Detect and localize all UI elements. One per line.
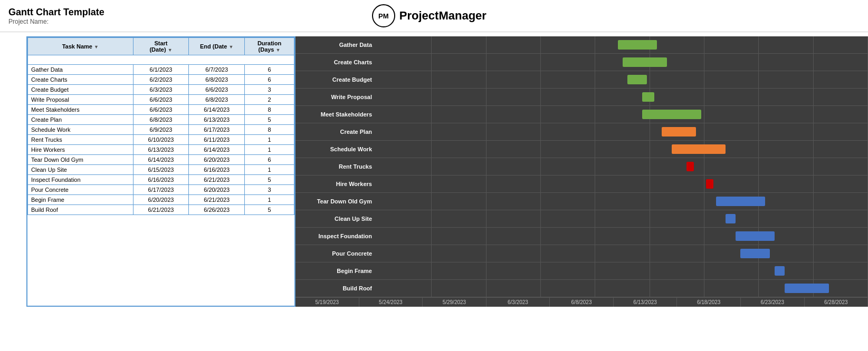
gantt-date-label: 6/8/2023 <box>550 298 614 307</box>
end-cell: 6/17/2023 <box>189 125 245 135</box>
gantt-vline <box>432 228 486 245</box>
gantt-vline <box>541 210 595 227</box>
gantt-vline <box>650 193 704 210</box>
dur-filter-icon[interactable]: ▼ <box>276 47 281 53</box>
end-cell: 6/6/2023 <box>189 85 245 95</box>
gantt-vline <box>595 106 650 123</box>
gantt-vline <box>541 123 595 140</box>
table-row: Hire Workers 6/13/2023 6/14/2023 1 <box>28 145 294 155</box>
gantt-bar <box>627 75 647 84</box>
dur-cell: 6 <box>245 65 294 75</box>
gantt-vline <box>432 89 486 105</box>
table-row: Begin Frame 6/20/2023 6/21/2023 1 <box>28 195 294 205</box>
gantt-vline <box>377 106 432 123</box>
gantt-vline <box>377 54 432 71</box>
gantt-row-label: Hire Workers <box>295 181 377 187</box>
gantt-row: Create Budget <box>295 71 868 89</box>
gantt-vline <box>541 193 595 210</box>
table-row: Create Plan 6/8/2023 6/13/2023 5 <box>28 115 294 125</box>
gantt-grid-lines <box>377 193 868 210</box>
table-row: Clean Up Site 6/15/2023 6/16/2023 1 <box>28 165 294 175</box>
gantt-date-label: 5/24/2023 <box>359 298 423 307</box>
dur-cell: 5 <box>245 205 294 215</box>
table-row: Create Charts 6/2/2023 6/8/2023 6 <box>28 75 294 85</box>
gantt-vline <box>650 280 704 297</box>
dur-cell: 5 <box>245 175 294 185</box>
gantt-bar-area <box>377 175 868 192</box>
gantt-vline <box>814 245 868 262</box>
gantt-vline <box>759 141 813 158</box>
task-name-cell: Schedule Work <box>28 125 133 135</box>
gantt-grid-lines <box>377 106 868 123</box>
table-row: Schedule Work 6/9/2023 6/17/2023 8 <box>28 125 294 135</box>
table-row: Create Budget 6/3/2023 6/6/2023 3 <box>28 85 294 95</box>
start-cell: 6/10/2023 <box>133 135 189 145</box>
end-cell: 6/21/2023 <box>189 175 245 185</box>
table-row: Inspect Foundation 6/16/2023 6/21/2023 5 <box>28 175 294 185</box>
gantt-date-label: 6/28/2023 <box>805 298 869 307</box>
gantt-date-label: 6/18/2023 <box>677 298 741 307</box>
gantt-vline <box>487 71 541 88</box>
col-end: End (Date ▼ <box>189 38 245 55</box>
gantt-vline <box>595 123 650 140</box>
gantt-row-label: Build Roof <box>295 285 377 291</box>
gantt-vline <box>759 193 813 210</box>
gantt-vline <box>704 89 759 105</box>
start-filter-icon[interactable]: ▼ <box>168 47 173 53</box>
gantt-vline <box>487 210 541 227</box>
gantt-vline <box>814 210 868 227</box>
end-cell: 6/20/2023 <box>189 155 245 165</box>
gantt-vline <box>650 228 704 245</box>
start-cell: 6/14/2023 <box>133 155 189 165</box>
gantt-grid-lines <box>377 141 868 158</box>
gantt-bar <box>736 231 775 241</box>
end-cell: 6/20/2023 <box>189 185 245 195</box>
gantt-bar <box>726 214 736 223</box>
task-name-filter-icon[interactable]: ▼ <box>94 44 99 50</box>
gantt-vline <box>541 245 595 262</box>
task-table: Task Name ▼ Start(Date) ▼ End (Date ▼ Du… <box>26 36 295 307</box>
gantt-vline <box>377 262 432 279</box>
task-name-cell: Rent Trucks <box>28 135 133 145</box>
gantt-vline <box>432 210 486 227</box>
gantt-grid-lines <box>377 123 868 140</box>
end-cell: 6/8/2023 <box>189 95 245 105</box>
gantt-vline <box>541 228 595 245</box>
gantt-vline <box>650 36 704 53</box>
end-cell: 6/14/2023 <box>189 105 245 115</box>
dur-cell: 3 <box>245 85 294 95</box>
gantt-vline <box>814 228 868 245</box>
dur-cell: 3 <box>245 185 294 195</box>
gantt-chart: Gather DataCreate ChartsCreate BudgetWri… <box>295 36 868 307</box>
gantt-vline <box>650 71 704 88</box>
gantt-vline <box>377 36 432 53</box>
start-cell: 6/6/2023 <box>133 95 189 105</box>
gantt-grid-lines <box>377 158 868 175</box>
gantt-row: Write Proposal <box>295 89 868 106</box>
pm-logo: PM <box>372 4 395 27</box>
gantt-vline <box>759 158 813 175</box>
start-cell: 6/8/2023 <box>133 115 189 125</box>
gantt-row-label: Schedule Work <box>295 146 377 152</box>
gantt-bar-area <box>377 158 868 175</box>
end-cell: 6/16/2023 <box>189 165 245 175</box>
dur-cell: 8 <box>245 125 294 135</box>
end-filter-icon[interactable]: ▼ <box>228 44 233 50</box>
main-content: Task Name ▼ Start(Date) ▼ End (Date ▼ Du… <box>0 32 868 311</box>
gantt-date-label: 6/23/2023 <box>741 298 805 307</box>
gantt-vline <box>541 175 595 192</box>
gantt-bar-area <box>377 89 868 105</box>
gantt-vline <box>595 228 650 245</box>
task-name-cell: Pour Concrete <box>28 185 133 195</box>
gantt-bar-area <box>377 210 868 227</box>
dur-cell: 5 <box>245 115 294 125</box>
gantt-row: Build Roof <box>295 280 868 297</box>
col-task-name: Task Name ▼ <box>28 38 133 55</box>
start-cell: 6/16/2023 <box>133 175 189 185</box>
gantt-vline <box>541 262 595 279</box>
gantt-bar <box>775 266 785 276</box>
gantt-bar <box>618 40 657 50</box>
gantt-vline <box>814 106 868 123</box>
gantt-vline <box>432 123 486 140</box>
gantt-row: Gather Data <box>295 36 868 54</box>
